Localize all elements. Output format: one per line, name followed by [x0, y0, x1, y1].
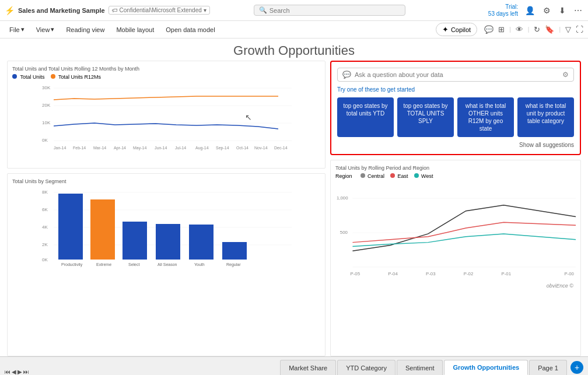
svg-text:4K: 4K [42, 225, 48, 230]
tab-ytd-category[interactable]: YTD Category [337, 360, 396, 375]
tab-growth-opportunities[interactable]: Growth Opportunities [444, 360, 528, 375]
tab-page1[interactable]: Page 1 [529, 360, 567, 375]
tab-market-share[interactable]: Market Share [280, 360, 336, 375]
rolling-chart-title: Total Units by Rolling Period and Region [335, 165, 576, 171]
search-input[interactable] [270, 7, 400, 14]
svg-text:P-05: P-05 [351, 271, 360, 276]
bar-chart-svg: 8K 6K 4K 2K 0K Productivity Ex [12, 187, 320, 268]
download-icon[interactable]: ⬇ [558, 5, 567, 16]
line-chart-legend: Total Units Total Units R12Ms [12, 74, 320, 80]
copilot-button[interactable]: ✦ Copilot [436, 23, 477, 36]
profile-icon[interactable]: 👤 [524, 5, 536, 16]
svg-text:2K: 2K [42, 242, 48, 247]
nav-last-icon[interactable]: ⏭ [23, 369, 29, 375]
svg-text:All Season: All Season [158, 262, 177, 267]
suggestion-3[interactable]: what is the total OTHER units R12M by ge… [457, 97, 514, 137]
svg-text:Youth: Youth [194, 262, 205, 267]
comment-icon[interactable]: 💬 [484, 25, 494, 34]
add-page-button[interactable]: + [570, 361, 583, 374]
menu-bar: File▾ View▾ Reading view Mobile layout O… [0, 21, 588, 38]
bookmark-icon[interactable]: 🔖 [545, 25, 554, 34]
legend-west: West [414, 173, 433, 179]
line-chart-container: Total Units and Total Units Rolling 12 M… [7, 61, 326, 169]
svg-text:30K: 30K [42, 85, 51, 90]
main-content: Growth Opportunities Total Units and Tot… [0, 38, 588, 356]
svg-rect-34 [123, 222, 147, 260]
search-icon: 🔍 [259, 6, 267, 14]
confidential-label: Confidential\Microsoft Extended [120, 7, 202, 13]
content-area: Total Units and Total Units Rolling 12 M… [0, 61, 588, 356]
qa-settings-icon[interactable]: ⚙ [562, 71, 569, 79]
legend-r12ms: Total Units R12Ms [51, 74, 102, 80]
svg-text:Oct-14: Oct-14 [236, 146, 249, 150]
suggestion-2[interactable]: top geo states by TOTAL UNITS SPLY [397, 97, 454, 137]
nav-first-icon[interactable]: ⏮ [5, 369, 10, 375]
bar-chart-container: Total Units by Segment 8K 6K 4K 2K 0K [7, 173, 326, 356]
nav-prev-icon[interactable]: ◀ [12, 369, 16, 375]
svg-text:P-04: P-04 [388, 271, 398, 276]
svg-rect-30 [58, 194, 83, 260]
trial-badge: Trial: 53 days left [488, 3, 518, 17]
filter-icon[interactable]: ▽ [565, 25, 571, 34]
more-icon[interactable]: ⋯ [573, 5, 583, 16]
svg-text:Feb-14: Feb-14 [73, 146, 86, 150]
svg-text:Productivity: Productivity [61, 262, 83, 267]
svg-text:Regular: Regular [226, 262, 241, 267]
divider-1: | [509, 26, 511, 33]
line-chart-svg: 30K 20K 10K 0K ↖ Jan-14 [12, 82, 320, 152]
tab-bar: ⏮ ◀ ▶ ⏭ Market Share YTD Category Sentim… [0, 356, 588, 375]
svg-text:Jul-14: Jul-14 [175, 146, 186, 150]
svg-rect-36 [156, 224, 180, 260]
svg-text:Jun-14: Jun-14 [155, 146, 167, 150]
confidential-badge: 🏷 Confidential\Microsoft Extended ▾ [108, 6, 210, 15]
svg-text:Apr-14: Apr-14 [114, 146, 126, 150]
search-box[interactable]: 🔍 [254, 5, 405, 16]
svg-text:Select: Select [128, 262, 140, 267]
svg-text:10K: 10K [42, 120, 51, 125]
qa-box: 💬 ⚙ Try one of these to get started top … [330, 61, 581, 155]
svg-text:0K: 0K [42, 257, 48, 262]
menu-file[interactable]: File▾ [5, 23, 29, 36]
chevron-down-icon[interactable]: ▾ [204, 7, 206, 13]
svg-text:8K: 8K [42, 190, 48, 195]
app-info: ⚡ Sales and Marketing Sample 🏷 Confident… [5, 6, 210, 15]
svg-text:6K: 6K [42, 207, 48, 212]
watermark: obviEnce © [335, 282, 576, 289]
menu-open-data-model[interactable]: Open data model [161, 24, 219, 36]
legend-east: East [390, 173, 408, 179]
copilot-icon: ✦ [442, 25, 449, 34]
fullscreen-icon[interactable]: ⛶ [576, 25, 583, 34]
refresh-icon[interactable]: ↻ [534, 25, 540, 34]
nav-next-icon[interactable]: ▶ [18, 369, 22, 375]
nav-arrows: ⏮ ◀ ▶ ⏭ [5, 369, 29, 375]
suggestion-1[interactable]: top geo states by total units YTD [337, 97, 394, 137]
menu-mobile-layout[interactable]: Mobile layout [111, 24, 159, 36]
qa-input[interactable] [355, 71, 559, 78]
app-title: Sales and Marketing Sample [18, 7, 105, 14]
view-icon[interactable]: 👁 [516, 25, 523, 34]
menu-view[interactable]: View▾ [32, 23, 60, 36]
show-all-suggestions[interactable]: Show all suggestions [337, 142, 574, 148]
tab-sentiment[interactable]: Sentiment [397, 360, 443, 375]
svg-rect-38 [189, 225, 214, 260]
menu-reading-view[interactable]: Reading view [61, 24, 109, 36]
qa-input-row[interactable]: 💬 ⚙ [337, 68, 574, 82]
svg-text:Aug-14: Aug-14 [195, 146, 209, 150]
suggestion-4[interactable]: what is the total unit by product table … [517, 97, 574, 137]
rolling-chart-svg: 1,000 500 P-05 P-04 P-03 P-02 [335, 181, 576, 281]
chat-icon: 💬 [342, 71, 351, 79]
page-title: Growth Opportunities [0, 38, 588, 61]
toolbar-icons: 💬 ⊞ | 👁 | ↻ 🔖 | ▽ ⛶ [484, 25, 583, 34]
svg-text:↖: ↖ [245, 113, 252, 122]
tab-bar-left: ⏮ ◀ ▶ ⏭ [5, 369, 29, 375]
divider-3: | [559, 26, 561, 33]
svg-text:Nov-14: Nov-14 [254, 146, 268, 150]
left-charts: Total Units and Total Units Rolling 12 M… [7, 61, 326, 356]
legend-central: Central [360, 173, 385, 179]
share-icon[interactable]: ⊞ [498, 25, 505, 34]
settings-icon[interactable]: ⚙ [542, 5, 552, 16]
legend-total-units: Total Units [12, 74, 45, 80]
svg-rect-32 [90, 199, 115, 260]
top-bar-right: Trial: 53 days left 👤 ⚙ ⬇ ⋯ [488, 3, 583, 17]
top-bar: ⚡ Sales and Marketing Sample 🏷 Confident… [0, 0, 588, 21]
